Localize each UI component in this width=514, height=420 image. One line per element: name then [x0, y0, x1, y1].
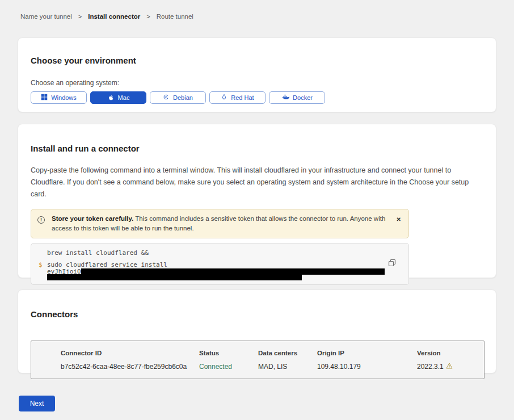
- shell-prompt: $: [39, 261, 43, 268]
- debian-icon: [163, 94, 170, 102]
- os-select-label: Choose an operating system:: [31, 79, 496, 87]
- os-button-docker[interactable]: Docker: [269, 91, 325, 104]
- origin-ip-cell: 109.48.10.179: [317, 363, 361, 371]
- table-header-status: Status: [199, 350, 219, 356]
- breadcrumb-separator: >: [78, 13, 82, 20]
- breadcrumb-step-route-tunnel[interactable]: Route tunnel: [157, 13, 193, 20]
- apple-icon: [107, 94, 115, 102]
- os-button-group: Windows Mac Debian Red Hat Docker: [31, 91, 496, 104]
- install-description: Copy-paste the following command into a …: [31, 165, 482, 200]
- install-connector-card: Install and run a connector Copy-paste t…: [18, 124, 496, 278]
- table-header-origin-ip: Origin IP: [317, 350, 344, 356]
- connectors-card: Connectors Connector ID Status Data cent…: [18, 289, 496, 373]
- redacted-token-bar: [47, 274, 302, 280]
- next-button[interactable]: Next: [19, 396, 55, 411]
- os-button-windows[interactable]: Windows: [31, 91, 87, 104]
- os-button-label: Red Hat: [231, 94, 254, 101]
- docker-icon: [281, 94, 289, 102]
- breadcrumb-step-install-connector[interactable]: Install connector: [88, 13, 140, 20]
- table-header-connector-id: Connector ID: [61, 350, 102, 356]
- environment-card: Choose your environment Choose an operat…: [18, 37, 496, 112]
- os-button-label: Docker: [293, 94, 313, 101]
- table-header-data-centers: Data centers: [258, 350, 297, 356]
- redhat-icon: [221, 94, 227, 102]
- version-value: 2022.3.1: [417, 363, 444, 371]
- warning-circle-icon: !: [37, 216, 45, 224]
- data-centers-cell: MAD, LIS: [258, 363, 287, 371]
- connector-id-cell: b7c52c42-6caa-48ee-8c77-fbe259cb6c0a: [61, 363, 187, 371]
- breadcrumb-step-name-your-tunnel[interactable]: Name your tunnel: [20, 13, 72, 20]
- os-button-mac[interactable]: Mac: [90, 91, 146, 104]
- breadcrumb: Name your tunnel > Install connector > R…: [20, 13, 193, 20]
- warning-triangle-icon: [446, 363, 453, 371]
- status-badge: Connected: [199, 363, 232, 371]
- os-button-redhat[interactable]: Red Hat: [209, 91, 266, 104]
- breadcrumb-separator: >: [146, 13, 150, 20]
- os-button-label: Windows: [51, 94, 77, 101]
- token-warning-banner: ! Store your token carefully. This comma…: [31, 209, 409, 238]
- windows-icon: [41, 94, 48, 102]
- connectors-card-title: Connectors: [31, 309, 496, 319]
- version-cell: 2022.3.1: [417, 363, 453, 371]
- os-button-label: Mac: [118, 94, 130, 101]
- os-button-debian[interactable]: Debian: [150, 91, 206, 104]
- close-icon[interactable]: ✕: [397, 217, 401, 222]
- code-line-brew: brew install cloudflared &&: [47, 249, 149, 257]
- copy-icon[interactable]: [388, 259, 396, 267]
- table-header-version: Version: [417, 350, 441, 356]
- environment-card-title: Choose your environment: [31, 56, 496, 65]
- connectors-table: Connector ID Status Data centers Origin …: [31, 341, 484, 379]
- warning-bold-text: Store your token carefully.: [52, 215, 133, 222]
- install-card-title: Install and run a connector: [31, 144, 496, 153]
- os-button-label: Debian: [173, 94, 193, 101]
- install-command-code-block: brew install cloudflared && $ sudo cloud…: [31, 243, 409, 285]
